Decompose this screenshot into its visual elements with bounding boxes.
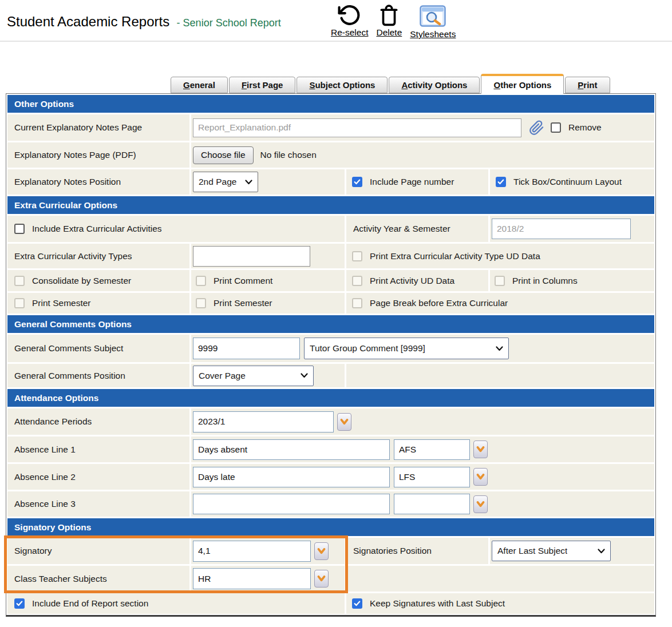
section-header-other-options: Other Options [7, 95, 654, 113]
signatory-input[interactable] [193, 541, 311, 562]
activity-types-input[interactable] [193, 246, 310, 267]
print-activity-ud-checkbox[interactable] [352, 276, 362, 286]
chevron-down-icon [317, 576, 326, 582]
tab-first-page[interactable]: First Page [229, 77, 296, 93]
gc-position-select[interactable]: Cover Page [193, 366, 314, 386]
stylesheets-label: Stylesheets [410, 29, 456, 39]
chevron-down-icon [496, 346, 503, 351]
choose-file-button[interactable]: Choose file [193, 146, 254, 164]
other-options-panel: Other Options Current Explanatory Notes … [6, 93, 656, 617]
row-general-comments-position: General Comments Position Cover Page [7, 364, 654, 387]
absence-line-3-code-input[interactable] [394, 494, 470, 514]
undo-icon [338, 3, 361, 27]
remove-label: Remove [568, 122, 602, 133]
activity-year-label: Activity Year & Semester [346, 216, 488, 242]
include-end-of-report-checkbox[interactable] [14, 598, 25, 609]
tab-bar: General First Page Subject Options Activ… [171, 74, 610, 93]
chevron-down-icon [317, 548, 326, 554]
notes-position-select[interactable]: 2nd Page [193, 172, 258, 192]
chevron-down-icon [598, 549, 605, 554]
notes-position-label: Explanatory Notes Position [7, 169, 189, 195]
row-absence-line-1: Absence Line 1 [7, 436, 654, 462]
tab-general[interactable]: General [171, 77, 228, 93]
stylesheets-button[interactable]: Stylesheets [410, 3, 456, 39]
tab-print[interactable]: Print [565, 77, 610, 93]
row-signatory: Signatory Signatories Position After Las… [7, 538, 654, 564]
print-comment-label: Print Comment [214, 276, 272, 286]
print-activity-ud-label: Print Activity UD Data [370, 276, 454, 286]
absence-line-3-lookup-button[interactable] [473, 495, 488, 513]
row-absence-line-3: Absence Line 3 [7, 491, 654, 517]
page-header: Student Academic Reports - Senior School… [7, 14, 281, 30]
page-break-checkbox[interactable] [352, 298, 362, 308]
print-type-ud-checkbox[interactable] [352, 251, 362, 261]
print-comment-checkbox[interactable] [196, 276, 206, 286]
print-semester-1-label: Print Semester [32, 298, 91, 308]
activity-types-label: Extra Curricular Activity Types [7, 244, 189, 268]
tickbox-layout-label: Tick Box/Continuum Layout [513, 177, 622, 187]
header-divider [0, 41, 672, 42]
chevron-down-icon [301, 373, 308, 378]
delete-label: Delete [376, 27, 402, 38]
absence-line-1-lookup-button[interactable] [473, 441, 488, 458]
print-semester-2-label: Print Semester [214, 298, 272, 308]
stylesheet-window-icon [420, 3, 446, 27]
delete-button[interactable]: Delete [376, 3, 402, 38]
absence-line-2-text-input[interactable] [193, 467, 390, 487]
remove-checkbox[interactable] [551, 122, 561, 133]
file-status-text: No file chosen [260, 150, 317, 160]
absence-line-3-text-input[interactable] [193, 494, 390, 514]
absence-line-1-label: Absence Line 1 [7, 436, 189, 462]
gc-position-label: General Comments Position [7, 364, 189, 387]
absence-line-1-code-input[interactable] [394, 439, 470, 460]
current-notes-input[interactable] [193, 118, 521, 137]
consolidate-label: Consolidate by Semester [32, 276, 131, 286]
signatories-position-label: Signatories Position [346, 538, 488, 564]
class-teacher-input[interactable] [193, 568, 311, 589]
chevron-down-icon [245, 180, 252, 185]
tickbox-layout-checkbox[interactable] [496, 177, 506, 187]
activity-year-input[interactable] [492, 219, 631, 239]
page-title: Student Academic Reports [7, 14, 169, 29]
row-explanatory-notes-position: Explanatory Notes Position 2nd Page Incl… [7, 169, 654, 195]
chevron-down-icon [476, 446, 485, 453]
tab-subject-options[interactable]: Subject Options [297, 77, 388, 93]
absence-line-1-text-input[interactable] [193, 439, 390, 460]
reselect-button[interactable]: Re-select [331, 3, 368, 38]
include-page-number-label: Include Page number [370, 177, 454, 187]
gc-subject-input[interactable] [193, 338, 300, 359]
notes-pdf-label: Explanatory Notes Page (PDF) [7, 142, 189, 168]
row-extra-checkboxes-1: Consolidate by Semester Print Comment Pr… [7, 270, 654, 291]
signatories-position-select[interactable]: After Last Subject [492, 541, 611, 561]
print-semester-2-checkbox[interactable] [196, 298, 206, 308]
attendance-periods-lookup-button[interactable] [337, 413, 351, 431]
paperclip-icon[interactable] [529, 120, 544, 136]
page-break-label: Page Break before Extra Curricular [370, 298, 508, 308]
class-teacher-label: Class Teacher Subjects [7, 566, 189, 592]
gc-subject-select[interactable]: Tutor Group Comment [9999] [304, 338, 509, 359]
print-type-ud-label: Print Extra Curricular Activity Type UD … [370, 251, 540, 261]
include-page-number-checkbox[interactable] [352, 177, 362, 187]
row-current-explanatory-notes: Current Explanatory Notes Page Remove [7, 114, 654, 141]
section-header-general-comments: General Comments Options [7, 315, 654, 333]
signatory-lookup-button[interactable] [314, 542, 329, 560]
toolbar: Re-select Delete Stylesheets [331, 3, 456, 39]
print-semester-1-checkbox[interactable] [14, 298, 25, 308]
absence-line-2-lookup-button[interactable] [473, 468, 488, 486]
include-extra-curricular-checkbox[interactable] [14, 224, 25, 234]
tab-other-options[interactable]: Other Options [481, 74, 564, 94]
attendance-periods-input[interactable] [193, 411, 334, 432]
keep-signatures-label: Keep Signatures with Last Subject [370, 598, 505, 609]
absence-line-2-code-input[interactable] [394, 467, 470, 487]
current-notes-label: Current Explanatory Notes Page [7, 114, 189, 141]
keep-signatures-checkbox[interactable] [352, 598, 362, 609]
absence-line-3-label: Absence Line 3 [7, 491, 189, 517]
row-extra-checkboxes-2: Print Semester Print Semester Page Break… [7, 293, 654, 314]
chevron-down-icon [476, 474, 485, 480]
row-activity-types: Extra Curricular Activity Types Print Ex… [7, 244, 654, 268]
consolidate-checkbox[interactable] [14, 276, 25, 286]
print-in-columns-checkbox[interactable] [495, 276, 505, 286]
tab-activity-options[interactable]: Activity Options [389, 77, 480, 93]
chevron-down-icon [476, 501, 485, 507]
class-teacher-lookup-button[interactable] [314, 570, 329, 588]
